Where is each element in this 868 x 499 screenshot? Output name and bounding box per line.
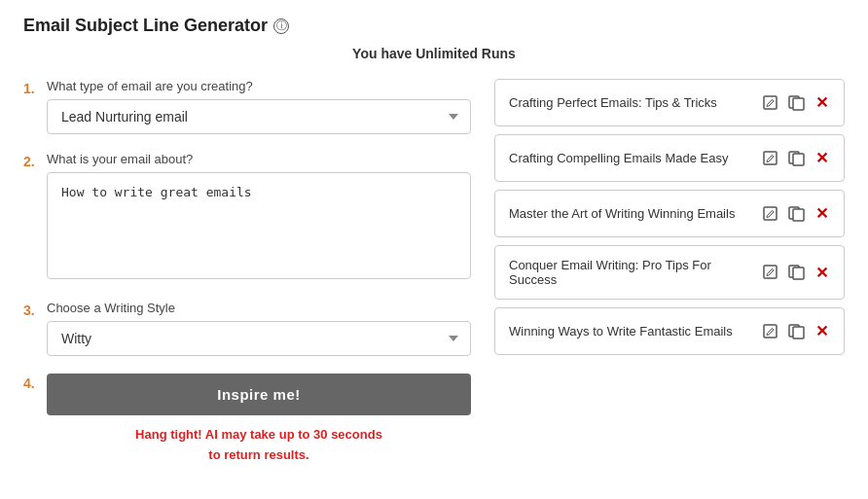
main-layout: 1. What type of email are you creating? … [23, 79, 845, 466]
result-actions-3: ✕ [761, 262, 830, 284]
result-card-3: Conquer Email Writing: Pro Tips For Succ… [494, 245, 845, 300]
step-1-content: What type of email are you creating? Lea… [47, 79, 471, 134]
step-4-number: 4. [23, 374, 47, 466]
inspire-button[interactable]: Inspire me! [47, 374, 471, 415]
info-icon[interactable]: ⓘ [273, 18, 289, 34]
result-actions-1: ✕ [761, 147, 830, 169]
delete-button-4[interactable]: ✕ [814, 320, 830, 342]
result-text-4: Winning Ways to Write Fantastic Emails [509, 324, 751, 339]
step-1-row: 1. What type of email are you creating? … [23, 79, 471, 134]
step-4-row: 4. Inspire me! Hang tight! AI may take u… [23, 374, 471, 466]
result-actions-4: ✕ [761, 320, 830, 342]
step-2-content: What is your email about? How to write g… [47, 152, 471, 283]
svg-rect-3 [764, 152, 777, 164]
edit-button-4[interactable] [761, 322, 780, 341]
svg-rect-8 [793, 209, 804, 221]
left-panel: 1. What type of email are you creating? … [23, 79, 471, 466]
step-3-number: 3. [23, 301, 47, 356]
step-3-row: 3. Choose a Writing Style Witty Professi… [23, 301, 471, 356]
svg-rect-5 [793, 154, 804, 165]
svg-rect-6 [764, 207, 777, 220]
copy-button-3[interactable] [786, 263, 808, 282]
svg-rect-11 [793, 267, 804, 279]
svg-rect-0 [764, 96, 777, 109]
edit-button-0[interactable] [761, 93, 780, 113]
delete-button-1[interactable]: ✕ [814, 147, 830, 169]
page-title: Email Subject Line Generator [23, 16, 268, 36]
step-3-label: Choose a Writing Style [47, 301, 471, 315]
copy-button-1[interactable] [786, 149, 808, 168]
right-panel: Crafting Perfect Emails: Tips & Tricks ✕ [494, 79, 845, 466]
result-text-1: Crafting Compelling Emails Made Easy [509, 151, 751, 165]
step-3-content: Choose a Writing Style Witty Professiona… [47, 301, 471, 356]
svg-rect-12 [764, 325, 777, 338]
svg-rect-2 [793, 98, 804, 110]
copy-button-2[interactable] [786, 204, 808, 224]
step-2-row: 2. What is your email about? How to writ… [23, 152, 471, 283]
result-card-1: Crafting Compelling Emails Made Easy ✕ [494, 134, 845, 182]
email-type-select[interactable]: Lead Nurturing email Promotional email N… [47, 99, 471, 134]
result-card-0: Crafting Perfect Emails: Tips & Tricks ✕ [494, 79, 845, 126]
copy-button-0[interactable] [786, 93, 808, 113]
edit-button-3[interactable] [761, 263, 780, 282]
result-card-2: Master the Art of Writing Winning Emails… [494, 190, 845, 237]
delete-button-3[interactable]: ✕ [814, 262, 830, 284]
step-1-label: What type of email are you creating? [47, 79, 471, 93]
email-about-textarea[interactable]: How to write great emails [47, 172, 471, 279]
step-1-number: 1. [23, 79, 47, 134]
hang-tight-text: Hang tight! AI may take up to 30 seconds… [47, 425, 471, 466]
copy-button-4[interactable] [786, 322, 808, 341]
writing-style-select[interactable]: Witty Professional Casual Formal Friendl… [47, 321, 471, 356]
result-text-2: Master the Art of Writing Winning Emails [509, 206, 751, 221]
result-text-0: Crafting Perfect Emails: Tips & Tricks [509, 95, 751, 110]
delete-button-0[interactable]: ✕ [814, 91, 830, 114]
result-actions-2: ✕ [761, 202, 830, 225]
svg-rect-14 [793, 327, 804, 339]
edit-button-2[interactable] [761, 204, 780, 224]
step-4-content: Inspire me! Hang tight! AI may take up t… [47, 374, 471, 466]
unlimited-runs-badge: You have Unlimited Runs [23, 46, 845, 61]
result-text-3: Conquer Email Writing: Pro Tips For Succ… [509, 258, 751, 287]
page-title-section: Email Subject Line Generator ⓘ [23, 16, 845, 36]
edit-button-1[interactable] [761, 149, 780, 168]
step-2-label: What is your email about? [47, 152, 471, 166]
delete-button-2[interactable]: ✕ [814, 202, 830, 225]
step-2-number: 2. [23, 152, 47, 283]
result-actions-0: ✕ [761, 91, 830, 114]
result-card-4: Winning Ways to Write Fantastic Emails ✕ [494, 307, 845, 355]
svg-rect-9 [764, 266, 777, 278]
